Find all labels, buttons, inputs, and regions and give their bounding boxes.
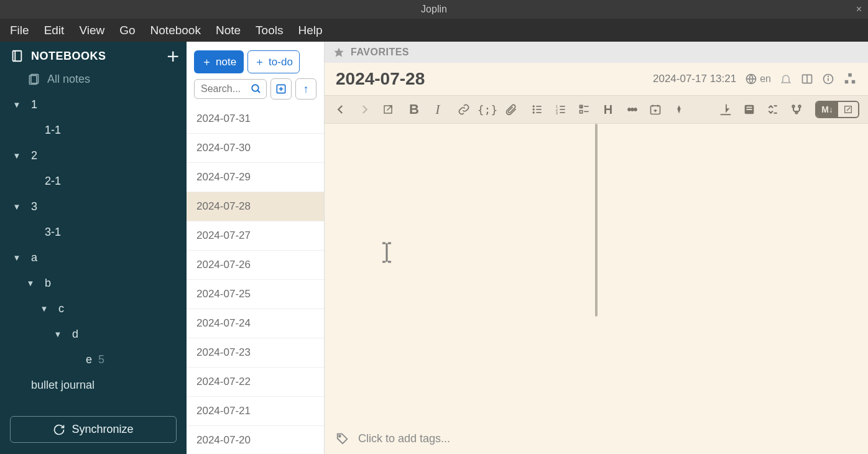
notebook-label: bullet journal [31, 379, 95, 392]
hr-button[interactable]: ••• [624, 102, 639, 117]
editor-textarea[interactable] [325, 124, 594, 425]
chevron-down-icon[interactable]: ▼ [11, 151, 22, 160]
svg-marker-9 [335, 48, 344, 57]
menu-view[interactable]: View [74, 21, 109, 40]
code-button[interactable]: {;} [480, 102, 495, 117]
new-note-button[interactable]: ＋ note [194, 50, 244, 73]
note-info-icon[interactable] [822, 73, 834, 85]
datetime-button[interactable] [648, 102, 663, 117]
menu-help[interactable]: Help [293, 21, 327, 40]
note-list-item[interactable]: 2024-07-30 [187, 134, 324, 163]
menu-edit[interactable]: Edit [39, 21, 70, 40]
link-button[interactable] [456, 102, 471, 117]
all-notes-link[interactable]: All notes [0, 69, 187, 92]
heading-button[interactable]: H [601, 102, 616, 117]
note-title-input[interactable] [336, 69, 644, 89]
note-list-item[interactable]: 2024-07-23 [187, 338, 324, 368]
toggle-sort-button[interactable] [270, 78, 292, 100]
menu-file[interactable]: File [5, 21, 34, 40]
svg-point-47 [799, 105, 801, 107]
chevron-down-icon[interactable]: ▼ [11, 253, 22, 262]
notebook-item[interactable]: ▼2 [0, 143, 187, 169]
synchronize-button[interactable]: Synchronize [10, 416, 177, 443]
notebook-item[interactable]: e5 [0, 347, 187, 373]
notebook-item[interactable]: 3-1 [0, 220, 187, 245]
notebook-item[interactable]: ▼a [0, 245, 187, 271]
md-label: M↓ [816, 102, 838, 117]
branch-icon[interactable] [789, 102, 804, 117]
svg-point-4 [252, 85, 259, 91]
notebook-label: b [45, 277, 51, 290]
note-list-item[interactable]: 2024-07-26 [187, 251, 324, 280]
checkbox-list-button[interactable] [577, 102, 592, 117]
new-todo-label: to-do [269, 56, 293, 68]
close-icon[interactable]: × [856, 4, 862, 15]
note-list-item[interactable]: 2024-07-29 [187, 163, 324, 192]
menu-tools[interactable]: Tools [251, 21, 288, 40]
chevron-down-icon[interactable]: ▼ [39, 304, 50, 313]
collapse-icon[interactable] [765, 102, 780, 117]
search-icon[interactable] [251, 83, 262, 95]
pen-icon[interactable] [672, 102, 686, 117]
sort-direction-button[interactable]: ↑ [295, 78, 316, 100]
chevron-down-icon[interactable]: ▼ [52, 330, 63, 339]
richtext-icon [838, 102, 858, 117]
chevron-down-icon[interactable]: ▼ [25, 279, 36, 288]
menu-notebook[interactable]: Notebook [145, 21, 206, 40]
back-button[interactable] [333, 102, 348, 117]
notebook-item[interactable]: ▼1 [0, 92, 187, 118]
markdown-toggle[interactable]: M↓ [815, 101, 859, 118]
forward-button[interactable] [357, 102, 372, 117]
note-list-item[interactable]: 2024-07-21 [187, 397, 324, 426]
add-notebook-button[interactable]: + [167, 51, 179, 62]
notebook-item[interactable]: ▼3 [0, 194, 187, 220]
tags-placeholder[interactable]: Click to add tags... [358, 432, 450, 445]
number-list-button[interactable]: 123 [553, 102, 568, 117]
notebook-item[interactable]: ▼d [0, 322, 187, 347]
notebook-label: 2-1 [45, 175, 61, 188]
notebook-label: 3 [31, 200, 37, 213]
spellcheck-button[interactable]: en [745, 73, 771, 85]
editor-body [325, 124, 868, 425]
svg-rect-42 [721, 114, 731, 115]
svg-rect-17 [848, 73, 852, 77]
italic-button[interactable]: I [430, 102, 445, 117]
chevron-down-icon[interactable]: ▼ [11, 202, 22, 211]
notebook-item[interactable]: ▼c [0, 296, 187, 322]
note-list-item[interactable]: 2024-07-25 [187, 280, 324, 309]
svg-rect-45 [747, 109, 752, 110]
note-list-item[interactable]: 2024-07-28 [187, 192, 324, 221]
external-edit-icon[interactable] [381, 102, 395, 117]
note-list-item[interactable]: 2024-07-31 [187, 104, 324, 134]
menu-note[interactable]: Note [211, 21, 246, 40]
toggle-layout-icon[interactable] [801, 73, 813, 85]
plugin-icon[interactable] [843, 72, 857, 86]
note-list-item[interactable]: 2024-07-22 [187, 368, 324, 397]
note-list-item[interactable]: 2024-07-20 [187, 426, 324, 454]
note-list-item[interactable]: 2024-07-24 [187, 309, 324, 338]
note-list[interactable]: 2024-07-312024-07-302024-07-292024-07-28… [187, 104, 324, 454]
attach-button[interactable] [504, 102, 519, 117]
tag-icon[interactable] [336, 432, 349, 445]
star-icon [333, 47, 344, 58]
alarm-icon[interactable] [780, 73, 792, 85]
import-icon[interactable] [718, 102, 733, 117]
editor-panel: FAVORITES 2024-07-17 13:21 en [325, 42, 868, 454]
library-icon[interactable] [742, 102, 757, 117]
svg-point-16 [828, 76, 829, 76]
menu-go[interactable]: Go [114, 21, 140, 40]
note-list-item[interactable]: 2024-07-27 [187, 221, 324, 251]
bullet-list-button[interactable] [530, 102, 545, 117]
notebook-item[interactable]: bullet journal [0, 373, 187, 398]
chevron-down-icon[interactable]: ▼ [11, 100, 22, 109]
notebook-count: 5 [98, 353, 104, 366]
new-todo-button[interactable]: ＋ to-do [247, 50, 300, 73]
bold-button[interactable]: B [407, 102, 422, 117]
notebook-item[interactable]: 1-1 [0, 118, 187, 143]
svg-point-46 [793, 105, 795, 107]
notebook-item[interactable]: 2-1 [0, 169, 187, 194]
new-note-label: note [216, 56, 236, 68]
editor-toolbar: B I {;} 123 H ••• [325, 95, 868, 124]
notebook-item[interactable]: ▼b [0, 271, 187, 296]
svg-point-23 [533, 112, 534, 113]
